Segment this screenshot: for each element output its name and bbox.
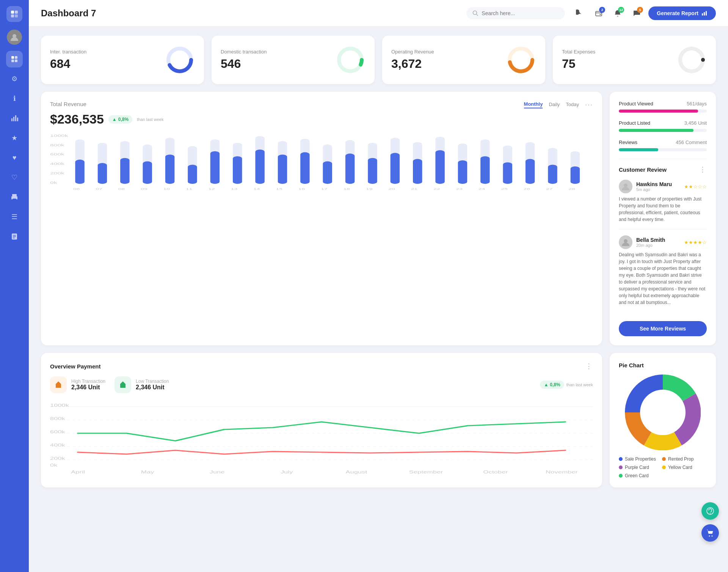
metrics-panel: Product Viewed 561/days Product Listed 3… bbox=[610, 92, 716, 345]
revenue-tabs: Monthly Daily Today ··· bbox=[524, 101, 593, 109]
see-more-reviews-button[interactable]: See More Reviews bbox=[619, 321, 707, 336]
svg-text:0k: 0k bbox=[50, 181, 57, 185]
avatar[interactable] bbox=[7, 30, 22, 45]
svg-rect-62 bbox=[300, 152, 309, 184]
svg-rect-54 bbox=[210, 151, 220, 184]
tab-today[interactable]: Today bbox=[566, 102, 579, 108]
review-more-icon[interactable]: ⋮ bbox=[699, 165, 707, 174]
svg-text:October: October bbox=[483, 470, 508, 474]
page-title: Dashboard 7 bbox=[41, 8, 459, 19]
svg-rect-7 bbox=[11, 60, 14, 62]
svg-text:November: November bbox=[546, 470, 578, 474]
float-support-btn[interactable] bbox=[701, 502, 719, 520]
theme-toggle[interactable] bbox=[573, 6, 587, 20]
svg-rect-76 bbox=[458, 160, 467, 184]
svg-rect-10 bbox=[13, 117, 14, 121]
svg-rect-25 bbox=[704, 12, 705, 16]
sidebar-item-heart[interactable]: ♥ bbox=[6, 149, 23, 166]
sidebar-item-settings[interactable]: ⚙ bbox=[6, 71, 23, 87]
svg-rect-74 bbox=[435, 150, 444, 184]
bell-badge: 12 bbox=[618, 7, 624, 13]
revenue-more-btn[interactable]: ··· bbox=[585, 101, 593, 109]
svg-rect-66 bbox=[345, 154, 355, 184]
svg-text:11: 11 bbox=[186, 187, 193, 191]
floating-buttons bbox=[701, 502, 719, 542]
metric-reviews: Reviews 456 Comment bbox=[619, 139, 707, 151]
svg-point-110 bbox=[624, 183, 628, 187]
payment-line-chart: 1000k 800k 600k 400k 200k 0k April May J… bbox=[50, 399, 593, 475]
svg-point-111 bbox=[624, 239, 628, 243]
svg-text:24: 24 bbox=[479, 187, 485, 191]
donut-inter bbox=[165, 45, 195, 75]
svg-rect-1 bbox=[15, 11, 18, 14]
svg-rect-82 bbox=[526, 159, 535, 184]
svg-rect-24 bbox=[702, 13, 703, 16]
svg-rect-12 bbox=[17, 118, 18, 121]
payment-more-btn[interactable]: ⋮ bbox=[585, 362, 593, 370]
search-input[interactable] bbox=[482, 10, 550, 16]
svg-text:15: 15 bbox=[276, 187, 282, 191]
donut-domestic bbox=[335, 45, 366, 75]
review-item-0: Hawkins Maru 5m ago ★★☆☆☆ I viewed a num… bbox=[619, 180, 707, 229]
stat-card-inter-transaction: Inter. transaction 684 bbox=[41, 36, 204, 84]
svg-text:14: 14 bbox=[253, 187, 260, 191]
svg-rect-58 bbox=[255, 149, 264, 184]
sidebar-item-reports[interactable] bbox=[6, 228, 23, 245]
stars-0: ★★☆☆☆ bbox=[684, 184, 707, 190]
pie-chart-svg bbox=[625, 375, 701, 450]
sidebar-item-print[interactable] bbox=[6, 189, 23, 205]
svg-rect-2 bbox=[11, 14, 14, 17]
svg-line-21 bbox=[477, 14, 478, 16]
svg-rect-3 bbox=[15, 14, 18, 17]
search-bar[interactable] bbox=[466, 7, 565, 19]
legend-item-green: Green Card bbox=[619, 473, 656, 478]
float-cart-btn[interactable] bbox=[701, 524, 719, 542]
svg-rect-68 bbox=[368, 158, 377, 184]
legend-item-yellow: Yellow Card bbox=[662, 465, 699, 470]
svg-rect-18 bbox=[13, 237, 16, 237]
svg-rect-42 bbox=[75, 160, 84, 184]
wallet-btn[interactable]: 2 bbox=[592, 6, 606, 20]
svg-text:1000k: 1000k bbox=[50, 133, 68, 137]
sidebar-item-star[interactable]: ★ bbox=[6, 130, 23, 146]
moon-icon bbox=[576, 9, 584, 17]
sidebar-item-wishlist[interactable]: ♡ bbox=[6, 169, 23, 186]
pie-legend: Sale Properties Rented Prop Purple Card … bbox=[619, 456, 699, 478]
svg-text:10: 10 bbox=[163, 187, 170, 191]
svg-rect-70 bbox=[391, 153, 400, 184]
svg-rect-17 bbox=[13, 235, 16, 236]
svg-text:09: 09 bbox=[141, 187, 147, 191]
svg-rect-64 bbox=[323, 161, 332, 184]
sidebar-item-dashboard[interactable] bbox=[6, 51, 23, 67]
sidebar-item-info[interactable]: ℹ bbox=[6, 90, 23, 107]
svg-rect-60 bbox=[278, 155, 287, 184]
tab-monthly[interactable]: Monthly bbox=[524, 101, 543, 108]
metric-product-listed: Product Listed 3,456 Unit bbox=[619, 120, 707, 132]
sidebar-item-menu[interactable]: ☰ bbox=[6, 208, 23, 225]
header-icons: 2 12 5 Generate Report bbox=[573, 6, 716, 20]
svg-point-133 bbox=[710, 513, 711, 514]
generate-report-button[interactable]: Generate Report bbox=[648, 6, 716, 20]
svg-point-134 bbox=[709, 536, 710, 537]
svg-text:800k: 800k bbox=[50, 143, 64, 147]
svg-rect-26 bbox=[706, 11, 707, 16]
svg-rect-52 bbox=[188, 165, 197, 184]
svg-text:26: 26 bbox=[524, 187, 530, 191]
svg-text:0k: 0k bbox=[50, 463, 58, 467]
sidebar-item-analytics[interactable] bbox=[6, 110, 23, 127]
tab-daily[interactable]: Daily bbox=[549, 102, 560, 108]
chat-btn[interactable]: 5 bbox=[629, 6, 644, 20]
bell-btn[interactable]: 12 bbox=[610, 6, 625, 20]
legend-item-rented: Rented Prop bbox=[662, 456, 699, 462]
sidebar-logo[interactable] bbox=[6, 6, 22, 22]
svg-point-33 bbox=[680, 49, 703, 71]
svg-text:12: 12 bbox=[208, 187, 215, 191]
svg-point-135 bbox=[712, 536, 713, 537]
stat-value-expenses: 75 bbox=[562, 57, 595, 71]
svg-text:600k: 600k bbox=[50, 430, 66, 434]
svg-rect-56 bbox=[233, 156, 242, 184]
svg-text:22: 22 bbox=[433, 187, 440, 191]
low-transaction-stat: Low Transaction 2,346 Unit bbox=[115, 376, 169, 393]
header: Dashboard 7 2 bbox=[29, 0, 728, 27]
svg-rect-86 bbox=[571, 166, 580, 184]
